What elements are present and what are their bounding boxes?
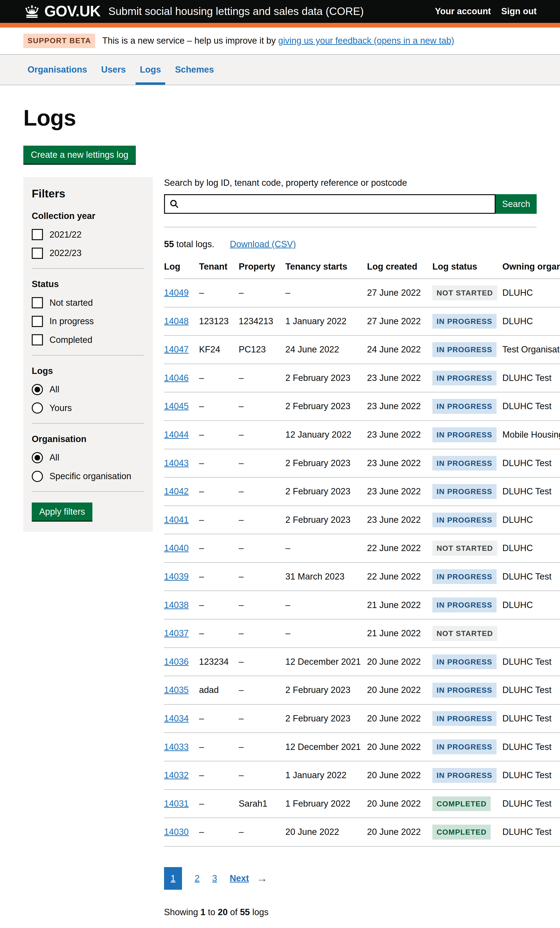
status-badge: NOT STARTED xyxy=(432,541,497,556)
log-created-cell: 20 June 2022 xyxy=(367,761,432,790)
status-legend: Status xyxy=(32,278,145,290)
log-id-link[interactable]: 14046 xyxy=(164,373,189,383)
arrow-right-icon: → xyxy=(256,871,268,885)
tenant-cell: – xyxy=(199,421,239,449)
radio-label[interactable]: Specific organisation xyxy=(49,470,131,482)
header-property: Property xyxy=(239,261,285,279)
tenancy-starts-cell: 12 December 2021 xyxy=(285,733,367,761)
search-input[interactable] xyxy=(164,194,496,214)
sign-out-link[interactable]: Sign out xyxy=(501,6,537,17)
log-created-cell: 22 June 2022 xyxy=(367,534,432,563)
status-badge: IN PROGRESS xyxy=(432,655,496,669)
log-id-link[interactable]: 14032 xyxy=(164,770,189,780)
log-created-cell: 23 June 2022 xyxy=(367,392,432,421)
owning-organisation-cell: DLUHC Test xyxy=(502,392,560,421)
log-created-cell: 27 June 2022 xyxy=(367,279,432,307)
property-cell: – xyxy=(239,733,285,761)
checkbox-not-started[interactable] xyxy=(32,297,43,308)
radio-logs-all[interactable] xyxy=(32,384,43,395)
log-id-link[interactable]: 14035 xyxy=(164,685,189,695)
log-id-link[interactable]: 14033 xyxy=(164,742,189,752)
nav-link-schemes[interactable]: Schemes xyxy=(171,55,218,85)
checkbox-label[interactable]: Completed xyxy=(49,334,92,346)
radio-label[interactable]: All xyxy=(49,384,59,395)
checkbox-label[interactable]: 2021/22 xyxy=(49,229,81,240)
tenancy-starts-cell: 2 February 2023 xyxy=(285,506,367,534)
log-id-link[interactable]: 14037 xyxy=(164,628,189,638)
property-cell: – xyxy=(239,761,285,790)
log-created-cell: 20 June 2022 xyxy=(367,733,432,761)
log-id-link[interactable]: 14038 xyxy=(164,600,189,610)
nav-item-schemes[interactable]: Schemes xyxy=(171,55,218,85)
logs-table: Log Tenant Property Tenancy starts Log c… xyxy=(164,261,560,847)
status-badge: NOT STARTED xyxy=(432,285,497,301)
table-row: 14036 123234 – 12 December 2021 20 June … xyxy=(164,648,560,676)
checkbox-completed[interactable] xyxy=(32,334,43,345)
log-id-link[interactable]: 14044 xyxy=(164,430,189,440)
pagination-page-3[interactable]: 3 xyxy=(212,873,217,884)
create-lettings-log-button[interactable]: Create a new lettings log xyxy=(23,146,136,163)
log-id-link[interactable]: 14043 xyxy=(164,458,189,468)
radio-specific-organisation[interactable] xyxy=(32,471,43,482)
nav-link-organisations[interactable]: Organisations xyxy=(23,55,92,85)
logs-table-body: 14049 – – – 27 June 2022 NOT STARTED DLU… xyxy=(164,279,560,846)
log-id-link[interactable]: 14049 xyxy=(164,288,189,298)
pagination-page-2[interactable]: 2 xyxy=(195,873,200,884)
owning-organisation-cell: DLUHC xyxy=(502,591,560,619)
log-id-link[interactable]: 14042 xyxy=(164,486,189,496)
log-id-link[interactable]: 14040 xyxy=(164,543,189,553)
checkbox-in-progress[interactable] xyxy=(32,316,43,327)
log-id-link[interactable]: 14030 xyxy=(164,827,189,837)
checkbox-label[interactable]: In progress xyxy=(49,316,94,327)
crown-icon xyxy=(23,5,41,18)
radio-organisation-all[interactable] xyxy=(32,452,43,463)
log-id-link[interactable]: 14048 xyxy=(164,316,189,326)
property-cell: – xyxy=(239,449,285,478)
service-name-link[interactable]: Submit social housing lettings and sales… xyxy=(108,5,364,18)
log-id-link[interactable]: 14039 xyxy=(164,572,189,582)
log-id-link[interactable]: 14034 xyxy=(164,713,189,723)
checkbox-label[interactable]: 2022/23 xyxy=(49,247,81,259)
checkbox-row: Not started xyxy=(32,297,145,308)
checkbox-label[interactable]: Not started xyxy=(49,297,93,308)
property-cell: – xyxy=(239,364,285,392)
nav-item-organisations[interactable]: Organisations xyxy=(23,55,92,85)
checkbox-row: 2022/23 xyxy=(32,247,145,259)
filter-group-status: Status Not started In progress Completed xyxy=(32,278,145,346)
nav-link-users[interactable]: Users xyxy=(97,55,130,85)
download-csv-link[interactable]: Download (CSV) xyxy=(230,239,296,249)
nav-link-logs[interactable]: Logs xyxy=(136,55,165,85)
radio-logs-yours[interactable] xyxy=(32,402,43,414)
your-account-link[interactable]: Your account xyxy=(435,6,491,17)
feedback-link[interactable]: giving us your feedback (opens in a new … xyxy=(278,36,454,46)
radio-label[interactable]: Yours xyxy=(49,402,72,414)
govuk-home-link[interactable]: GOV.UK xyxy=(23,2,101,21)
log-id-link[interactable]: 14036 xyxy=(164,657,189,667)
tenancy-starts-cell: 2 February 2023 xyxy=(285,364,367,392)
tenant-cell: – xyxy=(199,563,239,591)
nav-item-users[interactable]: Users xyxy=(97,55,130,85)
property-cell: – xyxy=(239,818,285,846)
log-id-link[interactable]: 14041 xyxy=(164,515,189,525)
phase-banner-message: This is a new service – help us improve … xyxy=(102,36,278,46)
phase-banner: SUPPORT BETA This is a new service – hel… xyxy=(0,27,560,55)
search-button[interactable]: Search xyxy=(496,194,537,214)
radio-label[interactable]: All xyxy=(49,452,59,463)
log-created-cell: 24 June 2022 xyxy=(367,336,432,364)
table-row: 14032 – – 1 January 2022 20 June 2022 IN… xyxy=(164,761,560,790)
govuk-header: GOV.UK Submit social housing lettings an… xyxy=(0,0,560,23)
log-id-link[interactable]: 14045 xyxy=(164,401,189,411)
primary-navigation: Organisations Users Logs Schemes xyxy=(0,55,560,85)
main-content: Logs Create a new lettings log Filters C… xyxy=(0,104,560,928)
pagination-page-1[interactable]: 1 xyxy=(164,867,182,890)
table-row: 14049 – – – 27 June 2022 NOT STARTED DLU… xyxy=(164,279,560,307)
apply-filters-button[interactable]: Apply filters xyxy=(32,502,92,520)
log-id-link[interactable]: 14047 xyxy=(164,345,189,354)
checkbox-2022-23[interactable] xyxy=(32,248,43,259)
checkbox-2021-22[interactable] xyxy=(32,229,43,240)
nav-item-logs[interactable]: Logs xyxy=(136,55,165,85)
log-id-link[interactable]: 14031 xyxy=(164,799,189,809)
pagination-next-link[interactable]: Next xyxy=(230,873,249,884)
header-log-created: Log created xyxy=(367,261,432,279)
filters-title: Filters xyxy=(32,186,145,201)
